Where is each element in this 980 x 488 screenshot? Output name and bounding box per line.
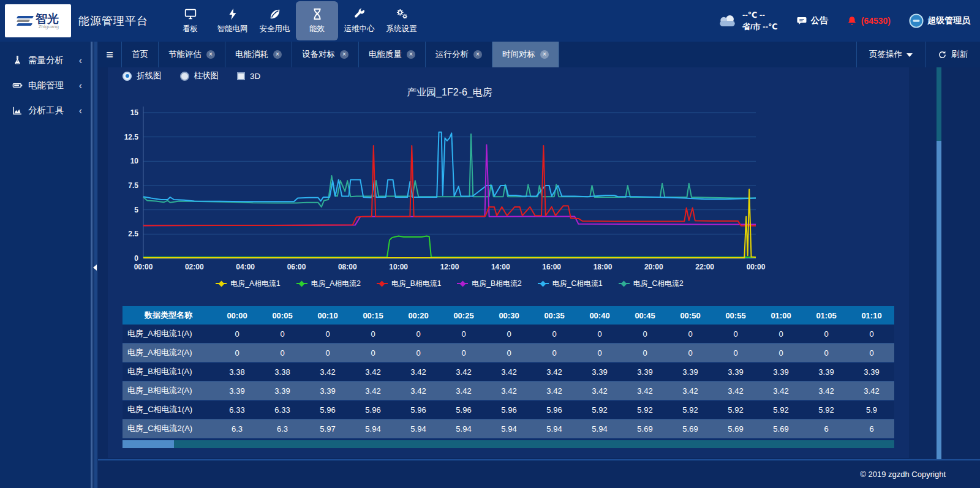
row-value: 3.42 [577,386,622,396]
sidebar-item-分析工具[interactable]: 分析工具 ‹ [0,98,91,123]
svg-text:10: 10 [130,157,139,165]
legend-item-电房_C相电流2[interactable]: 电房_C相电流2 [619,277,684,290]
sidebar-item-电能管理[interactable]: 电能管理 ‹ [0,73,91,98]
close-icon[interactable]: × [540,50,549,59]
svg-text:18:00: 18:00 [594,263,612,271]
tab-设备对标[interactable]: 设备对标× [292,42,358,67]
table-header-time: 00:15 [350,311,396,320]
weather-city: 省/市 --℃ [742,21,778,33]
row-value: 0 [532,348,577,358]
collapse-arrow-icon[interactable] [93,265,97,271]
line-chart-radio[interactable]: 折线图 [123,70,162,81]
row-value: 3.39 [668,367,713,377]
row-value: 6.3 [214,424,260,434]
row-value: 5.96 [396,405,441,415]
row-value: 0 [758,329,804,339]
sidebar-item-label: 分析工具 [28,105,79,116]
row-value: 3.42 [622,386,668,396]
sidebar-splitter[interactable] [91,42,98,488]
row-value: 5.96 [305,405,350,415]
nav-label: 智能电网 [217,24,248,34]
row-value: 0 [441,348,486,358]
table-header-time: 00:10 [305,311,350,320]
table-row: 电房_B相电流1(A)3.383.383.423.423.423.423.423… [123,362,894,381]
row-value: 5.92 [668,405,713,415]
sidebar-item-需量分析[interactable]: 需量分析 ‹ [0,48,91,73]
row-value: 3.42 [804,386,849,396]
tab-运行分析[interactable]: 运行分析× [425,42,492,67]
close-icon[interactable]: × [340,50,349,59]
lightning-icon [226,7,239,21]
user-label: 超级管理员 [927,15,970,26]
row-value: 3.39 [849,367,894,377]
line-chart[interactable]: 02.557.51012.51500:0002:0004:0006:0008:0… [123,102,894,273]
table-horizontal-scrollbar[interactable] [123,440,894,448]
legend-item-电房_C相电流1[interactable]: 电房_C相电流1 [538,277,603,290]
legend-item-电房_A相电流1[interactable]: 电房_A相电流1 [216,277,280,290]
nav-item-智能电网[interactable]: 智能电网 [211,1,254,40]
tab-电能质量[interactable]: 电能质量× [358,42,425,67]
svg-text:02:00: 02:00 [185,263,204,271]
analysis-panel: 折线图 柱状图 3D 产业园_1F2-6_电房 02.557.51012.515… [108,67,909,458]
row-value: 0 [260,348,305,358]
row-value: 3.42 [758,386,804,396]
area-chart-icon [12,105,23,116]
close-icon[interactable]: × [407,50,415,59]
row-value: 3.39 [758,367,804,377]
sidebar-item-label: 电能管理 [28,80,79,91]
nav-item-运维中心[interactable]: 运维中心 [338,1,380,40]
tab-label: 首页 [132,49,148,60]
legend-label: 电房_C相电流1 [552,279,603,289]
radio-selected-icon[interactable] [123,72,132,81]
legend-item-电房_A相电流2[interactable]: 电房_A相电流2 [296,277,361,290]
tab-首页[interactable]: 首页 [121,42,158,67]
chart-title: 产业园_1F2-6_电房 [123,83,777,102]
scrollbar-thumb[interactable] [937,141,941,459]
row-value: 3.39 [804,367,849,377]
nav-item-安全用电[interactable]: 安全用电 [254,1,296,40]
weather-widget: --℃ -- 省/市 --℃ [717,9,778,33]
table-header-time: 00:45 [622,311,668,320]
vertical-scrollbar[interactable] [937,67,941,459]
tab-actions-dropdown[interactable]: 页签操作 [856,42,925,67]
close-icon[interactable]: × [206,50,215,59]
menu-icon[interactable]: ≡ [98,42,121,67]
table-row: 电房_B相电流2(A)3.393.393.393.423.423.423.423… [123,381,894,400]
alarm-button[interactable]: (64530) [846,15,891,26]
row-value: 0 [758,348,804,358]
close-icon[interactable]: × [273,50,282,59]
row-value: 0 [214,329,260,339]
svg-text:10:00: 10:00 [389,263,408,271]
svg-text:14:00: 14:00 [491,263,510,271]
refresh-button[interactable]: 刷新 [925,42,980,67]
tab-节能评估[interactable]: 节能评估× [158,42,225,67]
radio-icon[interactable] [180,72,189,81]
bar-chart-radio[interactable]: 柱状图 [180,70,219,81]
close-icon[interactable]: × [473,50,482,59]
nav-item-看板[interactable]: 看板 [169,1,211,40]
tab-电能消耗[interactable]: 电能消耗× [225,42,292,67]
row-value: 0 [622,348,668,358]
scrollbar-thumb[interactable] [123,440,174,448]
notice-button[interactable]: 公告 [796,15,828,26]
legend-item-电房_B相电流2[interactable]: 电房_B相电流2 [457,277,521,290]
row-value: 3.42 [486,367,532,377]
nav-item-系统设置[interactable]: 系统设置 [380,1,423,40]
tab-label: 运行分析 [435,49,469,60]
sidebar-item-label: 需量分析 [28,54,79,66]
checkbox-icon[interactable] [237,72,245,80]
row-value: 5.96 [486,405,532,415]
table-header-time: 01:00 [758,311,804,320]
nav-label: 安全用电 [260,24,290,34]
3d-checkbox[interactable]: 3D [237,72,260,81]
svg-text:20:00: 20:00 [644,263,663,271]
row-value: 3.38 [260,367,305,377]
user-menu[interactable]: 超级管理员 [909,13,970,28]
table-header-time: 00:20 [396,311,441,320]
tab-时间对标[interactable]: 时间对标× [492,42,559,67]
row-name: 电房_A相电流2(A) [123,347,214,358]
row-value: 3.39 [713,367,758,377]
nav-item-能效[interactable]: 能效 [296,1,338,40]
legend-item-电房_B相电流1[interactable]: 电房_B相电流1 [377,277,441,290]
svg-text:00:00: 00:00 [134,263,153,271]
